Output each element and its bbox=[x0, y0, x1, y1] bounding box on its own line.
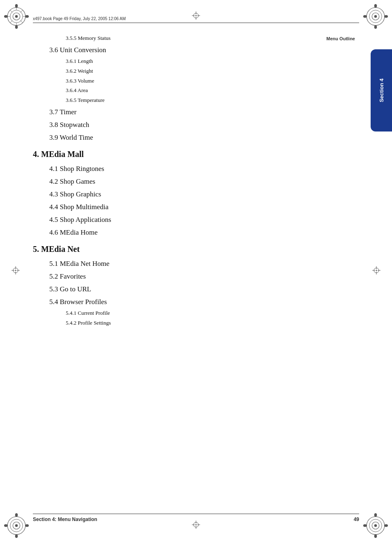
svg-line-13 bbox=[20, 10, 23, 13]
outline-item-39: 3.9 World Time bbox=[33, 132, 351, 143]
menu-outline: 3.5.5 Memory Status3.6 Unit Conversion3.… bbox=[33, 34, 351, 328]
svg-point-52 bbox=[374, 513, 377, 517]
outline-item-41: 4.1 Shop Ringtones bbox=[33, 163, 351, 174]
svg-point-35 bbox=[15, 524, 18, 527]
header-bar: x497.book Page 49 Friday, July 22, 2005 … bbox=[33, 16, 359, 23]
svg-point-53 bbox=[374, 534, 377, 538]
svg-line-14 bbox=[10, 20, 13, 23]
section-tab-text: Section 4 bbox=[378, 78, 385, 102]
svg-point-28 bbox=[374, 4, 377, 8]
svg-point-29 bbox=[374, 25, 377, 29]
svg-point-43 bbox=[25, 524, 29, 527]
svg-point-55 bbox=[384, 524, 388, 527]
outline-item-45: 4.5 Shop Applications bbox=[33, 214, 351, 225]
outline-item-46: 4.6 MEdia Home bbox=[33, 227, 351, 238]
outline-item-44: 4.4 Shop Multimedia bbox=[33, 201, 351, 212]
outline-item-364: 3.6.4 Area bbox=[33, 86, 351, 95]
outline-item-36: 3.6 Unit Conversion bbox=[33, 44, 351, 55]
header-text: x497.book Page 49 Friday, July 22, 2005 … bbox=[33, 16, 126, 21]
svg-point-73 bbox=[15, 270, 16, 271]
svg-point-54 bbox=[363, 524, 367, 527]
svg-point-47 bbox=[374, 524, 377, 527]
outline-item-361: 3.6.1 Length bbox=[33, 57, 351, 66]
svg-point-16 bbox=[15, 4, 18, 8]
svg-point-79 bbox=[376, 270, 377, 271]
svg-point-31 bbox=[384, 15, 388, 18]
outline-item-5: 5. MEdia Net bbox=[33, 242, 351, 256]
outline-item-52: 5.2 Favorites bbox=[33, 271, 351, 282]
footer: Section 4: Menu Navigation 49 bbox=[33, 514, 359, 522]
outline-item-362: 3.6.2 Weight bbox=[33, 67, 351, 76]
svg-line-15 bbox=[20, 20, 23, 23]
outline-item-365: 3.6.5 Temperature bbox=[33, 96, 351, 105]
outline-item-42: 4.2 Shop Games bbox=[33, 176, 351, 187]
svg-point-19 bbox=[25, 15, 29, 18]
svg-point-18 bbox=[4, 15, 8, 18]
corner-decoration-tl bbox=[4, 4, 29, 29]
outline-item-53: 5.3 Go to URL bbox=[33, 284, 351, 295]
svg-line-12 bbox=[10, 10, 13, 13]
svg-point-23 bbox=[374, 15, 377, 18]
mid-mark-left bbox=[12, 266, 20, 276]
svg-point-40 bbox=[15, 513, 18, 517]
corner-decoration-bl bbox=[4, 513, 29, 538]
section-tab: Section 4 bbox=[371, 49, 392, 131]
outline-item-542: 5.4.2 Profile Settings bbox=[33, 319, 351, 328]
content-area: 3.5.5 Memory Status3.6 Unit Conversion3.… bbox=[33, 33, 351, 509]
footer-left: Section 4: Menu Navigation bbox=[33, 517, 97, 522]
outline-item-363: 3.6.3 Volume bbox=[33, 77, 351, 85]
footer-page-number: 49 bbox=[354, 517, 359, 522]
svg-point-30 bbox=[363, 15, 367, 18]
svg-point-17 bbox=[15, 25, 18, 29]
outline-item-4: 4. MEdia Mall bbox=[33, 148, 351, 161]
corner-decoration-br bbox=[363, 513, 388, 538]
svg-point-42 bbox=[4, 524, 8, 527]
outline-item-37: 3.7 Timer bbox=[33, 106, 351, 118]
outline-item-355: 3.5.5 Memory Status bbox=[33, 34, 351, 43]
outline-item-541: 5.4.1 Current Profile bbox=[33, 309, 351, 318]
outline-item-38: 3.8 Stopwatch bbox=[33, 119, 351, 130]
svg-point-3 bbox=[15, 15, 18, 18]
outline-item-51: 5.1 MEdia Net Home bbox=[33, 258, 351, 269]
outline-item-43: 4.3 Shop Graphics bbox=[33, 189, 351, 200]
mid-mark-right bbox=[372, 266, 380, 276]
svg-point-41 bbox=[15, 534, 18, 538]
svg-point-67 bbox=[196, 524, 197, 526]
outline-item-54: 5.4 Browser Profiles bbox=[33, 296, 351, 307]
corner-decoration-tr bbox=[363, 4, 388, 29]
